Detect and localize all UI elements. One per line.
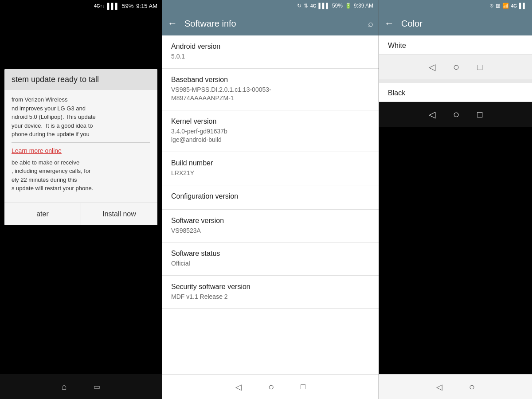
toolbar-3: ← Color — [379, 12, 532, 35]
back-nav-2[interactable]: ◁ — [235, 382, 242, 392]
toolbar-2: ← Software info ⌕ — [162, 12, 379, 35]
back-nav-3[interactable]: ◁ — [436, 382, 442, 392]
recents-icon-black: □ — [477, 110, 482, 120]
home-icon-black: ○ — [453, 108, 460, 121]
battery-2: 59% — [332, 3, 343, 9]
black-nav-preview: ◁ ○ □ — [379, 102, 532, 127]
info-item-security: Security software version MDF v1.1 Relea… — [162, 276, 379, 309]
dialog-body: from Verizon Wireless nd improves your L… — [4, 90, 157, 198]
recents-icon-white: □ — [477, 62, 482, 72]
nav-bar-3: ◁ ○ — [379, 374, 532, 399]
color-option-black[interactable]: Black ◁ ○ □ — [379, 83, 532, 127]
panel-system-update: 4G↑↓ ▌▌▌ 59% 9:15 AM stem update ready t… — [0, 0, 162, 399]
later-button[interactable]: ater — [4, 203, 81, 225]
time-1: 9:15 AM — [136, 3, 157, 9]
home-nav-3[interactable]: ○ — [469, 381, 475, 393]
white-nav-preview: ◁ ○ □ — [379, 54, 532, 79]
color-name-white: White — [379, 35, 532, 54]
toolbar-title-3: Color — [401, 19, 527, 29]
info-item-software-status: Software status Official — [162, 243, 379, 276]
battery-1: 59% — [122, 3, 133, 9]
lte-badge-1: 4G↑↓ — [94, 4, 104, 8]
lte-badge-3: 4G — [511, 4, 517, 8]
color-option-white[interactable]: White ◁ ○ □ — [379, 35, 532, 79]
info-list: Android version 5.0.1 Baseband version V… — [162, 35, 379, 374]
signal-2: ▌▌▌ — [318, 3, 330, 9]
info-item-build: Build number LRX21Y — [162, 152, 379, 185]
image-icon-3: 🖼 — [496, 4, 500, 8]
status-bar-3: ® 🖼 📶 4G ▌▌ — [379, 0, 532, 12]
install-now-button[interactable]: Install now — [81, 203, 157, 225]
dialog-buttons: ater Install now — [4, 203, 157, 225]
panel-software-info: ↻ ⇅ 4G ▌▌▌ 59% 🔋 9:39 AM ← Software info… — [162, 0, 379, 399]
back-button-3[interactable]: ← — [384, 18, 394, 29]
toolbar-title-2: Software info — [184, 19, 361, 29]
panel-color: ® 🖼 📶 4G ▌▌ ← Color White ◁ ○ □ Black ◁ … — [379, 0, 532, 399]
info-item-kernel: Kernel version 3.4.0-perf-gd91637blge@an… — [162, 110, 379, 152]
info-item-config: Configuration version — [162, 185, 379, 210]
nav-bar-1: ⌂ ▭ — [0, 374, 162, 399]
home-button-1[interactable]: ⌂ — [62, 382, 67, 392]
recents-nav-2[interactable]: □ — [301, 382, 305, 391]
learn-more-link[interactable]: Learn more online — [12, 146, 62, 156]
color-divider — [379, 79, 532, 83]
signal-1: ▌▌▌ — [107, 3, 120, 9]
back-icon-black: ◁ — [429, 109, 435, 120]
update-dialog: stem update ready to tall from Verizon W… — [4, 69, 157, 225]
refresh-icon-2: ↻ — [297, 3, 301, 9]
sync-icon-2: ⇅ — [304, 3, 308, 9]
wifi-icon-3: 📶 — [502, 3, 509, 9]
color-name-black: Black — [379, 83, 532, 102]
home-nav-2[interactable]: ○ — [268, 381, 274, 393]
info-item-baseband: Baseband version VS985-MPSS.DI.2.0.1.c1.… — [162, 69, 379, 110]
info-item-android: Android version 5.0.1 — [162, 35, 379, 69]
battery-icon-2: 🔋 — [345, 3, 352, 9]
info-item-software-version: Software version VS98523A — [162, 210, 379, 243]
status-bar-2: ↻ ⇅ 4G ▌▌▌ 59% 🔋 9:39 AM — [162, 0, 379, 12]
dialog-title: stem update ready to tall — [4, 69, 157, 90]
nav-bar-2: ◁ ○ □ — [162, 374, 379, 399]
time-2: 9:39 AM — [354, 3, 373, 9]
radio-icon-3: ® — [490, 4, 493, 8]
status-bar-1: 4G↑↓ ▌▌▌ 59% 9:15 AM — [0, 0, 162, 12]
search-button-2[interactable]: ⌕ — [368, 19, 373, 29]
back-icon-white: ◁ — [429, 62, 435, 72]
signal-3: ▌▌ — [519, 3, 527, 9]
lte-badge-2: 4G — [310, 4, 316, 8]
home-icon-white: ○ — [453, 61, 460, 73]
back-button-2[interactable]: ← — [168, 18, 177, 29]
recents-button-1[interactable]: ▭ — [94, 383, 100, 391]
dialog-divider-1 — [12, 142, 150, 143]
